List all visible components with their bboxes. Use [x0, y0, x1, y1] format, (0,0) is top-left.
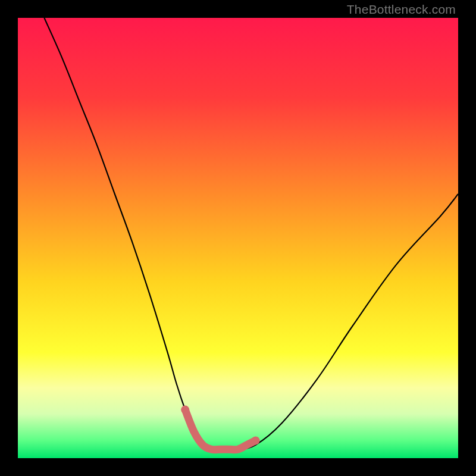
bottleneck-curve [44, 18, 458, 450]
watermark-text: TheBottleneck.com [347, 2, 456, 17]
chart-svg [18, 18, 458, 458]
optimal-zone-dot [181, 406, 189, 414]
optimal-zone-dot [252, 436, 260, 444]
chart-frame: TheBottleneck.com [0, 0, 476, 476]
optimal-zone-line [185, 410, 255, 450]
plot-area [18, 18, 458, 458]
